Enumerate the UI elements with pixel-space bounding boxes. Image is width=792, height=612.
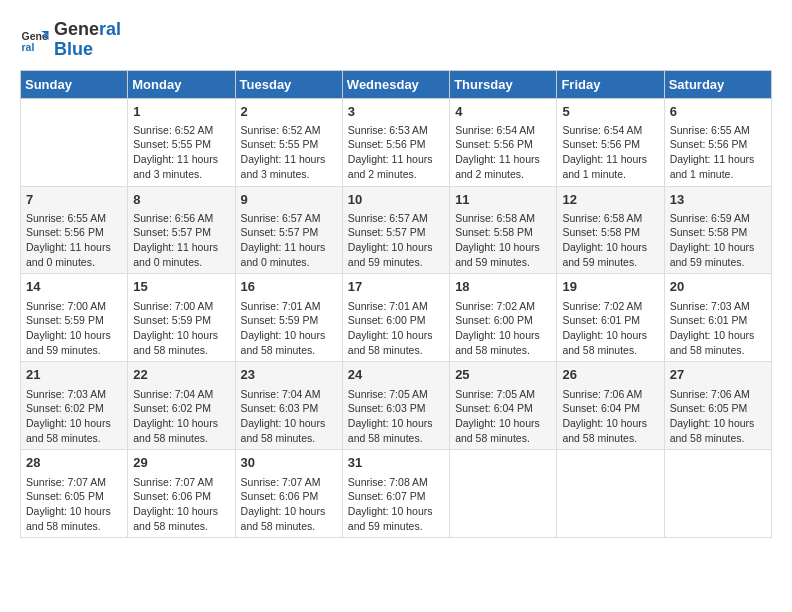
logo-icon: Gene ral [20,25,50,55]
day-number: 18 [455,278,551,296]
day-number: 25 [455,366,551,384]
day-number: 1 [133,103,229,121]
day-number: 2 [241,103,337,121]
day-info: Sunrise: 6:56 AMSunset: 5:57 PMDaylight:… [133,211,229,270]
calendar-header: SundayMondayTuesdayWednesdayThursdayFrid… [21,70,772,98]
calendar-cell: 31Sunrise: 7:08 AMSunset: 6:07 PMDayligh… [342,450,449,538]
calendar-cell [450,450,557,538]
day-number: 3 [348,103,444,121]
logo: Gene ral General Blue [20,20,121,60]
calendar-cell [664,450,771,538]
calendar-cell: 26Sunrise: 7:06 AMSunset: 6:04 PMDayligh… [557,362,664,450]
day-info: Sunrise: 7:00 AMSunset: 5:59 PMDaylight:… [133,299,229,358]
calendar-cell: 11Sunrise: 6:58 AMSunset: 5:58 PMDayligh… [450,186,557,274]
day-info: Sunrise: 7:02 AMSunset: 6:01 PMDaylight:… [562,299,658,358]
day-info: Sunrise: 6:52 AMSunset: 5:55 PMDaylight:… [133,123,229,182]
logo-text-line1: General [54,20,121,40]
calendar-table: SundayMondayTuesdayWednesdayThursdayFrid… [20,70,772,539]
day-number: 14 [26,278,122,296]
day-info: Sunrise: 7:07 AMSunset: 6:06 PMDaylight:… [241,475,337,534]
day-number: 28 [26,454,122,472]
day-info: Sunrise: 6:52 AMSunset: 5:55 PMDaylight:… [241,123,337,182]
calendar-cell: 19Sunrise: 7:02 AMSunset: 6:01 PMDayligh… [557,274,664,362]
day-info: Sunrise: 6:54 AMSunset: 5:56 PMDaylight:… [562,123,658,182]
day-number: 7 [26,191,122,209]
day-info: Sunrise: 7:05 AMSunset: 6:04 PMDaylight:… [455,387,551,446]
day-info: Sunrise: 7:07 AMSunset: 6:05 PMDaylight:… [26,475,122,534]
calendar-cell: 6Sunrise: 6:55 AMSunset: 5:56 PMDaylight… [664,98,771,186]
day-info: Sunrise: 6:53 AMSunset: 5:56 PMDaylight:… [348,123,444,182]
calendar-cell: 24Sunrise: 7:05 AMSunset: 6:03 PMDayligh… [342,362,449,450]
calendar-cell: 21Sunrise: 7:03 AMSunset: 6:02 PMDayligh… [21,362,128,450]
column-header-sunday: Sunday [21,70,128,98]
day-info: Sunrise: 6:54 AMSunset: 5:56 PMDaylight:… [455,123,551,182]
day-number: 29 [133,454,229,472]
day-info: Sunrise: 6:58 AMSunset: 5:58 PMDaylight:… [562,211,658,270]
week-row-2: 7Sunrise: 6:55 AMSunset: 5:56 PMDaylight… [21,186,772,274]
week-row-1: 1Sunrise: 6:52 AMSunset: 5:55 PMDaylight… [21,98,772,186]
calendar-cell: 16Sunrise: 7:01 AMSunset: 5:59 PMDayligh… [235,274,342,362]
calendar-cell: 28Sunrise: 7:07 AMSunset: 6:05 PMDayligh… [21,450,128,538]
day-number: 17 [348,278,444,296]
day-number: 22 [133,366,229,384]
day-info: Sunrise: 7:05 AMSunset: 6:03 PMDaylight:… [348,387,444,446]
day-number: 21 [26,366,122,384]
day-info: Sunrise: 7:06 AMSunset: 6:04 PMDaylight:… [562,387,658,446]
day-info: Sunrise: 7:06 AMSunset: 6:05 PMDaylight:… [670,387,766,446]
day-info: Sunrise: 6:57 AMSunset: 5:57 PMDaylight:… [348,211,444,270]
calendar-cell: 13Sunrise: 6:59 AMSunset: 5:58 PMDayligh… [664,186,771,274]
day-number: 24 [348,366,444,384]
day-info: Sunrise: 7:04 AMSunset: 6:03 PMDaylight:… [241,387,337,446]
calendar-cell: 27Sunrise: 7:06 AMSunset: 6:05 PMDayligh… [664,362,771,450]
day-info: Sunrise: 6:55 AMSunset: 5:56 PMDaylight:… [26,211,122,270]
day-info: Sunrise: 7:01 AMSunset: 6:00 PMDaylight:… [348,299,444,358]
day-number: 11 [455,191,551,209]
day-info: Sunrise: 7:03 AMSunset: 6:01 PMDaylight:… [670,299,766,358]
day-number: 5 [562,103,658,121]
column-header-tuesday: Tuesday [235,70,342,98]
calendar-cell: 18Sunrise: 7:02 AMSunset: 6:00 PMDayligh… [450,274,557,362]
calendar-cell: 2Sunrise: 6:52 AMSunset: 5:55 PMDaylight… [235,98,342,186]
day-number: 19 [562,278,658,296]
calendar-cell [21,98,128,186]
day-info: Sunrise: 7:02 AMSunset: 6:00 PMDaylight:… [455,299,551,358]
day-number: 12 [562,191,658,209]
calendar-cell: 8Sunrise: 6:56 AMSunset: 5:57 PMDaylight… [128,186,235,274]
day-info: Sunrise: 7:04 AMSunset: 6:02 PMDaylight:… [133,387,229,446]
day-number: 6 [670,103,766,121]
week-row-3: 14Sunrise: 7:00 AMSunset: 5:59 PMDayligh… [21,274,772,362]
day-info: Sunrise: 6:58 AMSunset: 5:58 PMDaylight:… [455,211,551,270]
calendar-cell: 14Sunrise: 7:00 AMSunset: 5:59 PMDayligh… [21,274,128,362]
day-info: Sunrise: 6:55 AMSunset: 5:56 PMDaylight:… [670,123,766,182]
column-header-monday: Monday [128,70,235,98]
day-info: Sunrise: 6:59 AMSunset: 5:58 PMDaylight:… [670,211,766,270]
day-info: Sunrise: 7:07 AMSunset: 6:06 PMDaylight:… [133,475,229,534]
column-header-wednesday: Wednesday [342,70,449,98]
day-number: 31 [348,454,444,472]
calendar-cell: 5Sunrise: 6:54 AMSunset: 5:56 PMDaylight… [557,98,664,186]
calendar-cell: 3Sunrise: 6:53 AMSunset: 5:56 PMDaylight… [342,98,449,186]
calendar-cell: 23Sunrise: 7:04 AMSunset: 6:03 PMDayligh… [235,362,342,450]
day-number: 13 [670,191,766,209]
day-info: Sunrise: 7:00 AMSunset: 5:59 PMDaylight:… [26,299,122,358]
calendar-cell: 10Sunrise: 6:57 AMSunset: 5:57 PMDayligh… [342,186,449,274]
day-info: Sunrise: 7:08 AMSunset: 6:07 PMDaylight:… [348,475,444,534]
day-info: Sunrise: 6:57 AMSunset: 5:57 PMDaylight:… [241,211,337,270]
day-number: 27 [670,366,766,384]
calendar-cell: 7Sunrise: 6:55 AMSunset: 5:56 PMDaylight… [21,186,128,274]
day-number: 4 [455,103,551,121]
day-number: 9 [241,191,337,209]
calendar-cell [557,450,664,538]
page-header: Gene ral General Blue [20,20,772,60]
calendar-cell: 22Sunrise: 7:04 AMSunset: 6:02 PMDayligh… [128,362,235,450]
logo-text-line2: Blue [54,40,121,60]
day-number: 30 [241,454,337,472]
calendar-cell: 15Sunrise: 7:00 AMSunset: 5:59 PMDayligh… [128,274,235,362]
day-info: Sunrise: 7:03 AMSunset: 6:02 PMDaylight:… [26,387,122,446]
day-info: Sunrise: 7:01 AMSunset: 5:59 PMDaylight:… [241,299,337,358]
week-row-4: 21Sunrise: 7:03 AMSunset: 6:02 PMDayligh… [21,362,772,450]
day-number: 20 [670,278,766,296]
calendar-cell: 20Sunrise: 7:03 AMSunset: 6:01 PMDayligh… [664,274,771,362]
day-number: 8 [133,191,229,209]
calendar-cell: 30Sunrise: 7:07 AMSunset: 6:06 PMDayligh… [235,450,342,538]
